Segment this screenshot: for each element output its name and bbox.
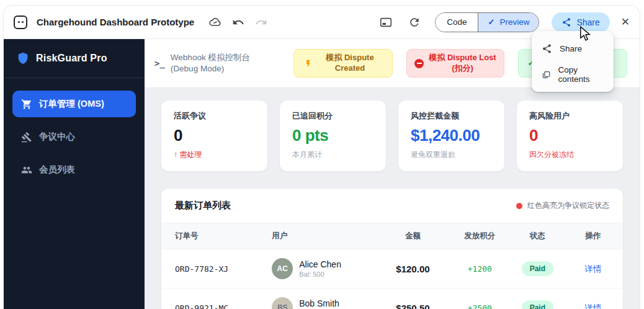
stat-card-recovered-points: 已追回积分 0 pts 本月累计 [280, 101, 386, 171]
avatar: BS [272, 297, 293, 309]
stat-subtext: 本月累计 [292, 150, 373, 160]
sidebar-item-disputes[interactable]: 争议中心 [12, 123, 136, 150]
stat-value: 0 [529, 126, 610, 145]
user-name: Bob Smith [299, 298, 339, 308]
check-icon: ✓ [488, 17, 494, 27]
button-label: 模拟 Dispute Lost (扣分) [429, 53, 496, 74]
stat-value: 0 [174, 126, 255, 145]
code-tab-label: Code [447, 17, 467, 27]
order-id: ORD-7782-XJ [161, 249, 258, 289]
share-icon [542, 43, 552, 54]
details-link[interactable]: 详情 [584, 303, 601, 309]
artifact-icon [14, 16, 27, 29]
stat-title: 高风险用户 [529, 110, 610, 122]
sidebar-item-label: 会员列表 [39, 164, 75, 176]
avatar: AC [272, 258, 293, 279]
stat-subtext: ↑ 需处理 [174, 150, 255, 160]
preview-tab[interactable]: ✓ Preview [478, 13, 539, 32]
button-label: 模拟 Dispute Created [318, 53, 382, 74]
order-amount: $250.50 [378, 289, 448, 309]
users-icon [21, 164, 32, 176]
orders-panel-title: 最新订单列表 [175, 200, 231, 212]
red-dot-icon [516, 203, 522, 209]
simulate-dispute-created-button[interactable]: 模拟 Dispute Created [293, 49, 393, 78]
undo-icon[interactable] [231, 16, 245, 29]
console-icon[interactable] [379, 16, 393, 29]
share-button[interactable]: Share [552, 12, 609, 32]
order-points: +2500 [447, 289, 512, 309]
close-icon[interactable]: ✕ [621, 16, 630, 29]
refresh-icon[interactable] [408, 16, 421, 29]
order-amount: $120.00 [378, 249, 448, 289]
redo-icon [254, 16, 268, 29]
table-header-row: 订单号 用户 金额 发放积分 状态 操作 [161, 223, 623, 249]
simulate-dispute-lost-button[interactable]: 模拟 Dispute Lost (扣分) [406, 49, 504, 78]
bolt-icon [304, 59, 313, 68]
copy-icon [542, 69, 550, 80]
cart-icon [21, 99, 32, 110]
order-points: +1200 [447, 249, 512, 289]
user-name: Alice Chen [299, 259, 341, 269]
preview-tab-label: Preview [499, 17, 529, 27]
menu-item-label: Share [560, 44, 582, 53]
status-badge: Paid [522, 261, 553, 276]
orders-panel: 最新订单列表 红色高亮为争议锁定状态 订单号 [161, 189, 623, 309]
brand-name: RiskGuard Pro [36, 53, 107, 64]
stat-value: $1,240.00 [411, 126, 492, 145]
code-tab[interactable]: Code [436, 13, 478, 32]
stat-title: 活跃争议 [174, 110, 255, 122]
window-title: Chargehound Dashboard Prototype [37, 17, 194, 27]
minus-circle-icon [414, 59, 424, 68]
stat-title: 已追回积分 [292, 110, 373, 122]
cloud-saved-icon [208, 16, 222, 29]
table-row: ORD-9921-MC BS Bob Smith Bal: 5000 [161, 289, 623, 309]
menu-item-share[interactable]: Share [532, 35, 614, 61]
share-button-label: Share [576, 17, 599, 27]
column-header: 发放积分 [447, 223, 512, 249]
stat-card-active-disputes: 活跃争议 0 ↑ 需处理 [161, 101, 267, 171]
menu-item-label: Copy contents [558, 65, 604, 84]
stat-subtext: 避免双重退款 [411, 150, 492, 160]
sidebar-item-members[interactable]: 会员列表 [12, 156, 136, 183]
menu-item-copy-contents[interactable]: Copy contents [532, 61, 614, 87]
brand: RiskGuard Pro [4, 39, 145, 78]
stat-card-blocked-amount: 风控拦截金额 $1,240.00 避免双重退款 [398, 101, 504, 171]
terminal-prompt-icon: >_ [154, 58, 165, 69]
column-header: 状态 [512, 223, 563, 249]
table-row: ORD-7782-XJ AC Alice Chen Bal: 500 [161, 249, 623, 289]
column-header: 订单号 [161, 223, 258, 249]
orders-legend: 红色高亮为争议锁定状态 [516, 200, 609, 211]
stat-subtext: 因欠分被冻结 [529, 150, 610, 160]
share-dropdown-menu: Share Copy contents [532, 31, 614, 92]
details-link[interactable]: 详情 [584, 264, 601, 274]
code-preview-toggle: Code ✓ Preview [435, 12, 539, 32]
legend-text: 红色高亮为争议锁定状态 [527, 200, 609, 211]
webhook-label: >_ Webhook 模拟控制台 (Debug Mode) [154, 52, 274, 74]
column-header: 金额 [378, 223, 448, 249]
order-id: ORD-9921-MC [161, 289, 258, 309]
sidebar-item-label: 订单管理 (OMS) [39, 98, 104, 110]
webhook-label-text: Webhook 模拟控制台 (Debug Mode) [171, 52, 274, 74]
orders-table: 订单号 用户 金额 发放积分 状态 操作 ORD-7782-XJ [161, 223, 623, 309]
sidebar-item-orders[interactable]: 订单管理 (OMS) [12, 91, 136, 117]
stat-value: 0 pts [292, 126, 373, 145]
status-badge: Paid [522, 300, 553, 309]
share-icon [561, 17, 571, 27]
column-header: 用户 [258, 223, 378, 249]
user-balance: Bal: 500 [299, 271, 341, 278]
stat-card-high-risk-users: 高风险用户 0 因欠分被冻结 [517, 101, 623, 171]
stats-cards: 活跃争议 0 ↑ 需处理 已追回积分 0 pts 本月累计 风控拦截金额 $1,… [161, 101, 623, 171]
column-header: 操作 [563, 223, 623, 249]
gavel-icon [21, 132, 32, 143]
shield-icon [16, 51, 30, 66]
sidebar-item-label: 争议中心 [39, 131, 75, 143]
sidebar: RiskGuard Pro 订单管理 (OMS) 争议中心 [4, 39, 145, 309]
stat-title: 风控拦截金额 [411, 110, 492, 122]
